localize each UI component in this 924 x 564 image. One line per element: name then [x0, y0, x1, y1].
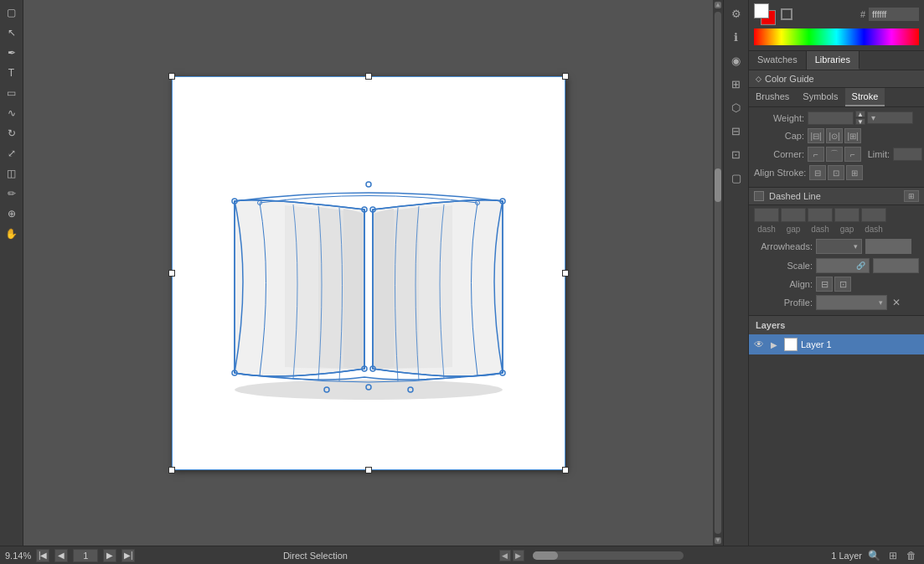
- align-outside[interactable]: ⊞: [846, 165, 863, 180]
- handle-bottom-right[interactable]: [562, 467, 569, 473]
- arrow-end-box[interactable]: [865, 239, 911, 254]
- dash-3[interactable]: [861, 208, 886, 222]
- tool-shape[interactable]: ▭: [3, 84, 21, 102]
- scroll-handle[interactable]: [533, 551, 558, 560]
- corner-bevel[interactable]: ⌐: [844, 147, 861, 162]
- right-icon-external[interactable]: ⬡: [726, 97, 746, 117]
- dashed-checkbox[interactable]: [754, 191, 764, 201]
- canvas-scrollbar[interactable]: ▲ ▼: [713, 0, 723, 546]
- cap-square[interactable]: |⊞|: [844, 128, 861, 143]
- right-icon-gear[interactable]: ⚙: [726, 3, 746, 23]
- right-panel: # Swatches Libraries ◇ Color Guide Brush…: [748, 0, 924, 546]
- dash-inputs-row: [749, 205, 924, 225]
- scrollbar-track[interactable]: [715, 12, 721, 534]
- tab-stroke[interactable]: Stroke: [845, 88, 885, 106]
- corner-round[interactable]: ⌒: [826, 147, 843, 162]
- bottom-add-icon[interactable]: ⊞: [885, 548, 901, 563]
- right-icon-pathfinder[interactable]: ⊡: [726, 144, 746, 164]
- stroke-panel-content: Weight: ▲ ▼ ▾ Cap: |⊟| |⊙| |⊞|: [749, 107, 924, 187]
- nav-prev[interactable]: ◀: [54, 549, 68, 562]
- align-inside[interactable]: ⊡: [828, 165, 844, 180]
- right-icon-align[interactable]: ⊟: [726, 121, 746, 141]
- svg-point-11: [366, 182, 371, 187]
- dash-lbl-1: dash: [754, 225, 779, 234]
- align-right-btn[interactable]: ⊡: [834, 277, 851, 292]
- left-toolbar: ▢ ↖ ✒ T ▭ ∿ ↻ ⤢ ◫ ✏ ⊕ ✋: [0, 0, 23, 546]
- handle-top-right[interactable]: [562, 73, 569, 80]
- tool-direct-select[interactable]: ↖: [3, 23, 21, 42]
- weight-dropdown[interactable]: ▾: [867, 111, 913, 124]
- scale-start-input[interactable]: 🔗: [816, 258, 870, 273]
- scrollbar-down[interactable]: ▼: [715, 537, 721, 544]
- right-icon-transform[interactable]: ⊞: [726, 74, 746, 94]
- limit-input[interactable]: [893, 147, 922, 161]
- weight-up[interactable]: ▲: [855, 111, 865, 117]
- tool-right-arrow[interactable]: ▶: [513, 550, 524, 561]
- layer-expand-arrow[interactable]: ▶: [771, 340, 781, 349]
- tab-brushes[interactable]: Brushes: [749, 88, 796, 106]
- handle-top-mid[interactable]: [365, 73, 372, 80]
- layer-visibility-icon[interactable]: 👁: [754, 339, 767, 350]
- tool-left-arrow[interactable]: ◀: [499, 550, 511, 561]
- weight-input[interactable]: [808, 111, 854, 125]
- nav-next[interactable]: ▶: [103, 549, 116, 562]
- bottom-delete-icon[interactable]: 🗑: [904, 548, 919, 563]
- tool-zoom[interactable]: ⊕: [3, 204, 21, 223]
- profile-clear[interactable]: ✕: [892, 297, 901, 308]
- scale-row: Scale: 🔗: [749, 256, 924, 275]
- profile-select[interactable]: ▾: [816, 295, 887, 310]
- right-icon-stroke[interactable]: ▢: [726, 168, 746, 188]
- scale-end-input[interactable]: [873, 258, 919, 273]
- align-left-btn[interactable]: ⊟: [816, 277, 833, 292]
- corner-miter[interactable]: ⌐: [808, 147, 824, 162]
- align-buttons: ⊟ ⊡: [816, 277, 851, 292]
- arrow-start-select[interactable]: ▾: [816, 239, 862, 254]
- weight-down[interactable]: ▼: [855, 118, 865, 125]
- tool-eyedropper[interactable]: ✏: [3, 184, 21, 203]
- layers-section: Layers 👁 ▶ Layer 1: [749, 315, 924, 354]
- gap-2[interactable]: [834, 208, 859, 222]
- bottom-icons: 🔍 ⊞ 🗑: [867, 548, 919, 563]
- page-input[interactable]: [73, 549, 98, 562]
- tool-pen[interactable]: ✒: [3, 44, 21, 62]
- tool-brush[interactable]: ∿: [3, 104, 21, 122]
- handle-bottom-left[interactable]: [168, 467, 175, 473]
- tab-libraries[interactable]: Libraries: [807, 51, 859, 70]
- tool-rotate[interactable]: ↻: [3, 124, 21, 142]
- handle-top-left[interactable]: [168, 73, 175, 80]
- tool-hand[interactable]: ✋: [3, 225, 21, 243]
- right-icon-info[interactable]: ℹ: [726, 27, 746, 47]
- tab-symbols[interactable]: Symbols: [796, 88, 844, 106]
- stroke-weight-row: Weight: ▲ ▼ ▾: [754, 111, 919, 125]
- weight-input-group: ▲ ▼ ▾: [808, 111, 913, 125]
- hex-input[interactable]: [869, 8, 919, 21]
- dash-1[interactable]: [754, 208, 779, 222]
- tool-scale[interactable]: ⤢: [3, 144, 21, 163]
- tool-select[interactable]: ▢: [3, 3, 21, 22]
- dash-2[interactable]: [808, 208, 833, 222]
- tool-gradient[interactable]: ◫: [3, 164, 21, 183]
- tool-type[interactable]: T: [3, 64, 21, 82]
- scale-label: Scale:: [754, 261, 813, 271]
- scrollbar-thumb[interactable]: [715, 168, 721, 202]
- handle-mid-right[interactable]: [562, 270, 569, 277]
- cap-round[interactable]: |⊙|: [826, 128, 843, 143]
- bottom-search-icon[interactable]: 🔍: [867, 548, 882, 563]
- layer-row-1[interactable]: 👁 ▶ Layer 1: [749, 334, 924, 354]
- handle-bottom-mid[interactable]: [365, 467, 372, 473]
- gap-1[interactable]: [781, 208, 806, 222]
- nav-last[interactable]: ▶|: [121, 549, 135, 562]
- align-center[interactable]: ⊟: [809, 165, 826, 180]
- scrollbar-up[interactable]: ▲: [715, 2, 721, 8]
- right-icon-circle[interactable]: ◉: [726, 50, 746, 70]
- nav-first[interactable]: |◀: [36, 549, 49, 562]
- cap-butt[interactable]: |⊟|: [808, 128, 824, 143]
- dashed-expand[interactable]: ⊞: [904, 190, 919, 202]
- color-guide-header[interactable]: ◇ Color Guide: [749, 70, 924, 88]
- handle-mid-left[interactable]: [168, 270, 175, 277]
- tab-swatches[interactable]: Swatches: [749, 51, 807, 70]
- none-color-box[interactable]: [781, 8, 792, 20]
- bottom-scroll-bar[interactable]: [533, 551, 684, 560]
- color-gradient-bar[interactable]: [754, 28, 919, 45]
- fg-color-box[interactable]: [754, 3, 769, 18]
